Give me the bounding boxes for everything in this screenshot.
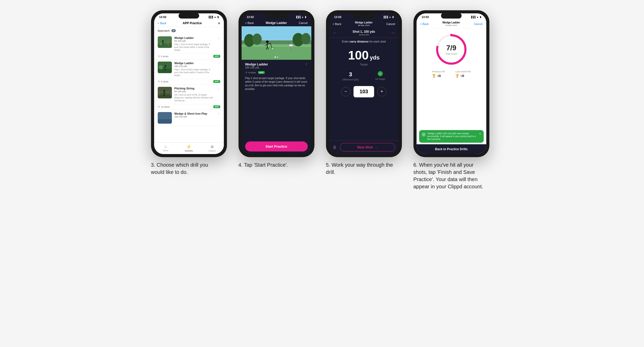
activities-icon: ⚡ xyxy=(186,144,191,149)
drill-image-large xyxy=(242,26,311,60)
tab-home-label: Home xyxy=(163,149,168,152)
drill-list: Wedge Ladder 50-100 yds Play 1 shot at e… xyxy=(154,34,224,142)
tab-capture-label: Capture xyxy=(208,150,216,152)
drill-item-3[interactable]: Pitching String 55-100 yds Hit 1 shot at… xyxy=(154,85,224,110)
cancel-button-3[interactable]: Cancel xyxy=(386,22,395,26)
category-label: Approach xyxy=(158,29,170,32)
clock-icon-detail: ⏱ xyxy=(245,71,248,74)
caption-4: 6. When you've hit all your shots, tap '… xyxy=(413,157,486,190)
score-circle-container: 7/9 Total Score Previous PB 🏆 xyxy=(417,29,486,129)
menu-icon-1[interactable]: ≡ xyxy=(218,21,220,25)
drill-item-2[interactable]: Wedge Ladder 100-140 yds Play 1 shot at … xyxy=(154,60,224,85)
svg-point-38 xyxy=(252,33,262,45)
bookmark-4[interactable]: ☆ xyxy=(217,112,220,116)
bookmark-1[interactable]: ☆ xyxy=(217,36,220,40)
bookmark-detail[interactable]: ☆ xyxy=(305,62,308,66)
caption-1: 3. Choose which drill you would like to … xyxy=(151,157,223,176)
drill-range-4: 100-140 yds xyxy=(174,115,215,118)
battery-icon-4: ▮ xyxy=(480,16,481,18)
home-icon: ⌂ xyxy=(164,144,167,149)
drill-item-1[interactable]: Wedge Ladder 50-100 yds Play 1 shot at e… xyxy=(154,34,224,60)
result-row: 3 Difference (yds) ✓ Hit Target xyxy=(329,69,399,83)
main-container: 13:02 ▐▐▐ ▲ ▮ < Back APP Practice ≡ xyxy=(142,10,502,190)
last-month-pb-value: 🏆 -/9 xyxy=(455,74,471,78)
back-to-drills-button[interactable]: Back to Practice Drills xyxy=(417,144,486,154)
carry-instruction: Enter carry distance for each shot xyxy=(329,38,399,46)
phone-2-screen: 13:02 ▐▐▐ ▲ ▮ < Back Wedge Ladder Cancel xyxy=(242,13,311,154)
target-yds-value: 100 xyxy=(348,48,369,62)
dynamic-island-4 xyxy=(441,13,462,19)
svg-point-14 xyxy=(165,65,166,66)
time-3: 13:03 xyxy=(334,15,341,19)
back-button-3[interactable]: < Back xyxy=(333,22,341,26)
time-4: 13:03 xyxy=(422,15,429,19)
input-row: − 103 + xyxy=(329,83,399,100)
caption-3: 5. Work your way through the drill. xyxy=(326,157,398,176)
hit-target-item: ✓ Hit Target xyxy=(375,71,385,81)
nav-bar-2: < Back Wedge Ladder Cancel xyxy=(242,20,311,26)
toast-close-button[interactable]: ✕ xyxy=(479,132,481,136)
svg-point-43 xyxy=(266,40,269,43)
bookmark-2[interactable]: ☆ xyxy=(217,62,220,65)
tab-capture[interactable]: ⊕ Capture xyxy=(200,144,224,152)
detail-name: Wedge Ladder xyxy=(245,62,268,66)
back-button-2[interactable]: < Back xyxy=(245,21,254,24)
capture-icon: ⊕ xyxy=(210,144,214,149)
signal-icon-3: ▐▐▐ xyxy=(383,16,388,18)
phone-2: 13:02 ▐▐▐ ▲ ▮ < Back Wedge Ladder Cancel xyxy=(239,10,314,157)
svg-point-42 xyxy=(289,44,293,47)
drill-meta-3: ⏱ 10 shots APP xyxy=(154,104,224,110)
phone-4: 13:03 ▐▐▐ ▲ ▮ < Back Wedge Ladder 06 Mar… xyxy=(413,10,489,157)
trash-icon[interactable]: 🗑 xyxy=(333,145,337,150)
detail-description: Play 1 shot at each target yardage. If y… xyxy=(245,77,308,138)
detail-shots-row: ⏱ 9 shots APP xyxy=(245,71,308,74)
cancel-button-2[interactable]: Cancel xyxy=(299,21,307,24)
bookmark-3[interactable]: ☆ xyxy=(217,87,220,90)
drill-name-1: Wedge Ladder xyxy=(174,36,215,39)
cancel-button-4[interactable]: Cancel xyxy=(474,22,482,26)
phone-1: 13:02 ▐▐▐ ▲ ▮ < Back APP Practice ≡ xyxy=(151,10,227,157)
next-shot-button[interactable]: Next Shot → xyxy=(340,143,395,151)
prev-shot-arrow[interactable]: ← xyxy=(333,30,337,36)
decrement-button[interactable]: − xyxy=(341,87,350,96)
last-month-pb: Last month PB 🏆 -/9 xyxy=(455,70,471,78)
tab-activities[interactable]: ⚡ Activities xyxy=(177,144,200,152)
svg-rect-32 xyxy=(158,119,172,124)
phone-section-3: 13:03 ▐▐▐ ▲ ▮ < Back Wedge Ladder 06 Mar… xyxy=(326,10,406,176)
wifi-icon-4: ▲ xyxy=(477,16,479,18)
target-yds-unit: yds xyxy=(370,54,380,61)
tab-home[interactable]: ⌂ Home xyxy=(154,144,177,152)
back-button-1[interactable]: < Back xyxy=(158,22,166,25)
app-badge-3: APP xyxy=(213,105,220,108)
phone-section-4: 13:03 ▐▐▐ ▲ ▮ < Back Wedge Ladder 06 Mar… xyxy=(413,10,493,190)
shot-score: Score 5/9 xyxy=(352,33,375,36)
caption-2: 4. Tap 'Start Practice'. xyxy=(239,157,288,168)
start-button-wrapper[interactable]: Start Practice xyxy=(245,141,308,151)
status-icons-2: ▐▐▐ ▲ ▮ xyxy=(295,16,306,18)
svg-point-5 xyxy=(162,40,164,42)
drill-thumb-3 xyxy=(158,87,172,98)
difference-item: 3 Difference (yds) xyxy=(342,71,359,81)
back-button-4[interactable]: < Back xyxy=(420,22,429,26)
time-1: 13:02 xyxy=(159,15,166,19)
drill-item-4[interactable]: Wedge & Short Iron Play 100-140 yds ☆ xyxy=(154,110,224,126)
increment-button[interactable]: + xyxy=(377,87,386,96)
drill-range-1: 50-100 yds xyxy=(174,40,215,42)
drill-range-3: 55-100 yds xyxy=(174,90,215,93)
detail-range: 100-140 yds xyxy=(245,66,268,69)
drill-thumb-2 xyxy=(158,62,172,73)
target-label: Target xyxy=(334,63,394,66)
start-practice-button[interactable]: Start Practice xyxy=(245,141,308,151)
hit-icon: ✓ xyxy=(378,71,383,76)
nav-bar-4: < Back Wedge Ladder 06 Mar 2023 Cancel xyxy=(417,20,486,29)
previous-pb: Previous PB 🏆 -/9 xyxy=(432,70,445,78)
drill-name-2: Wedge Ladder xyxy=(174,62,215,65)
hit-target-label: Hit Target xyxy=(375,78,385,80)
trophy-icon-2: 🏆 xyxy=(455,74,459,78)
category-pill: Approach 7 xyxy=(154,27,224,34)
distance-input[interactable]: 103 xyxy=(354,86,374,97)
wifi-icon-2: ▲ xyxy=(302,16,304,18)
tab-activities-label: Activities xyxy=(185,150,193,152)
next-shot-arrow[interactable]: → xyxy=(391,30,395,36)
time-2: 13:02 xyxy=(247,15,254,19)
